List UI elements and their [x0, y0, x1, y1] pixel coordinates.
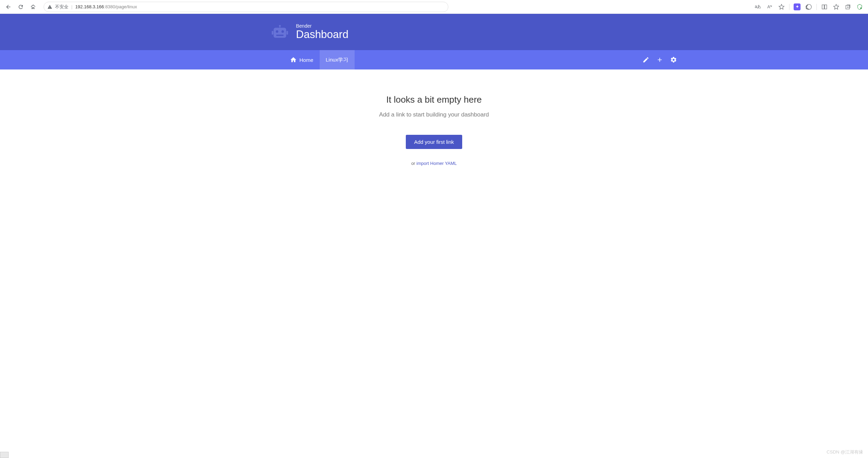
toolbar-divider — [816, 4, 817, 10]
split-screen-button[interactable] — [819, 1, 830, 12]
performance-button[interactable] — [803, 1, 814, 12]
home-icon — [290, 56, 297, 63]
extension-badge-icon: ✦ — [794, 3, 801, 10]
star-plus-icon — [833, 4, 839, 10]
read-aloud-button[interactable]: Aᴺ — [764, 1, 775, 12]
or-prefix: or — [411, 161, 417, 166]
collections-icon — [845, 4, 851, 10]
split-icon — [821, 4, 828, 10]
svg-rect-11 — [276, 35, 284, 36]
collections-button[interactable] — [842, 1, 853, 12]
plus-icon — [656, 56, 663, 63]
add-button[interactable] — [654, 54, 666, 66]
address-bar[interactable]: 不安全 | 192.168.3.166:8380/page/linux — [44, 2, 448, 12]
back-button[interactable] — [3, 1, 14, 12]
app-nav: Home Linux学习 — [0, 50, 868, 69]
svg-rect-4 — [273, 28, 286, 38]
warning-icon — [47, 4, 52, 9]
svg-point-3 — [860, 7, 862, 9]
home-outline-icon — [30, 4, 36, 10]
header-title: Dashboard — [296, 29, 349, 40]
svg-rect-5 — [272, 31, 273, 35]
nav-item-home[interactable]: Home — [284, 50, 320, 69]
extension-button[interactable]: ✦ — [792, 1, 803, 12]
robot-icon — [270, 22, 290, 42]
shield-icon — [857, 4, 863, 10]
nav-linux-label: Linux学习 — [326, 57, 349, 63]
security-label: 不安全 — [55, 4, 68, 10]
address-url: 192.168.3.166:8380/page/linux — [75, 4, 137, 9]
main-content: It looks a bit empty here Add a link to … — [0, 69, 868, 166]
svg-rect-0 — [822, 5, 824, 9]
refresh-button[interactable] — [15, 1, 26, 12]
nav-item-linux[interactable]: Linux学习 — [320, 50, 355, 69]
svg-rect-6 — [286, 31, 288, 35]
extension-2-button[interactable] — [854, 1, 865, 12]
svg-point-10 — [281, 30, 284, 32]
svg-rect-1 — [825, 5, 827, 9]
translate-icon: aあ — [755, 4, 761, 10]
settings-button[interactable] — [667, 54, 680, 66]
import-alternative: or import Homer YAML — [411, 161, 457, 166]
address-separator: | — [71, 4, 72, 9]
read-aloud-icon: Aᴺ — [767, 4, 772, 9]
pencil-icon — [642, 56, 649, 63]
toolbar-divider — [789, 4, 789, 10]
import-homer-link[interactable]: import Homer YAML — [417, 161, 457, 166]
nav-home-label: Home — [300, 57, 313, 63]
home-button[interactable] — [28, 1, 39, 12]
header-text: Bender Dashboard — [296, 23, 349, 40]
star-outline-icon — [778, 4, 785, 10]
app-header: Bender Dashboard — [0, 14, 868, 50]
favorites-bar-button[interactable] — [831, 1, 842, 12]
favorite-button[interactable] — [776, 1, 787, 12]
nav-actions — [640, 54, 680, 66]
refresh-icon — [18, 4, 24, 10]
gear-icon — [670, 56, 677, 63]
empty-state-title: It looks a bit empty here — [386, 94, 482, 105]
empty-state-subtitle: Add a link to start building your dashbo… — [379, 111, 489, 118]
edit-button[interactable] — [640, 54, 652, 66]
arrow-left-icon — [5, 4, 11, 10]
crescent-icon — [806, 4, 812, 10]
browser-toolbar: 不安全 | 192.168.3.166:8380/page/linux aあ A… — [0, 0, 868, 14]
svg-rect-8 — [280, 26, 280, 28]
add-first-link-button[interactable]: Add your first link — [406, 135, 462, 149]
translate-button[interactable]: aあ — [752, 1, 764, 12]
header-subtitle: Bender — [296, 23, 349, 29]
browser-actions: aあ Aᴺ ✦ — [752, 1, 865, 12]
svg-point-9 — [276, 30, 278, 32]
